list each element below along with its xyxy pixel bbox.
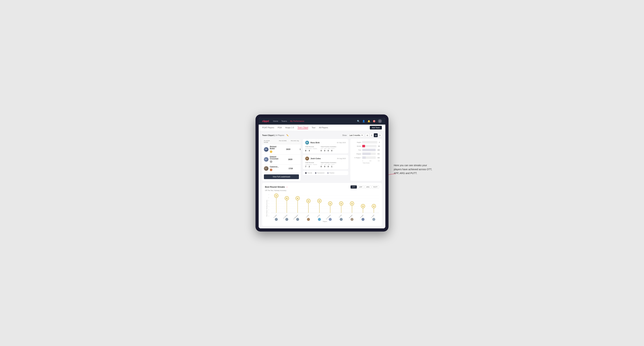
show-label: Show (342, 134, 347, 136)
bell-icon[interactable]: 🔔 (368, 120, 370, 123)
card-avatar-inner: JC (305, 157, 309, 161)
player-name: Cameron... (270, 166, 279, 168)
rank-badge: 1 (270, 151, 272, 153)
view-icons: ⊞ ☰ ▤ ⬇ (366, 133, 382, 137)
player-cards: RB Rees Britt 02 Sep 2023 Total Rounds (303, 139, 348, 181)
avatar[interactable]: U (378, 119, 382, 123)
bar-value: 131 (378, 157, 380, 159)
svg-text:5x: 5x (308, 200, 309, 201)
ott-label: OTT (320, 164, 323, 165)
filter-ott[interactable]: OTT (350, 185, 357, 188)
practice-activities-label: Total Practice Activities (320, 162, 336, 163)
svg-text:7x: 7x (276, 195, 277, 196)
svg-point-37 (329, 218, 332, 221)
add-team-button[interactable]: Add Team (370, 126, 382, 130)
tournament-value: 8 (305, 150, 306, 152)
lb-avg: 103 (293, 168, 301, 170)
subnav-pgat[interactable]: PGAT Players (262, 127, 274, 129)
svg-text:4x: 4x (352, 203, 353, 204)
streak-svg-container: 7x E. Ewert 6x B. McHerg (271, 193, 379, 223)
svg-point-32 (318, 218, 321, 221)
filter-putt[interactable]: PUTT (372, 185, 379, 188)
y-num: 1 (268, 212, 270, 213)
team-name: Team Clippd | 14 Players (262, 134, 284, 136)
nav-performance[interactable]: My Performance (290, 120, 304, 122)
player-info: C Cameron... 3 (264, 166, 279, 171)
filter-app[interactable]: APP (358, 185, 364, 188)
svg-point-57 (372, 218, 376, 221)
team-header: Team Clippd | 14 Players ✏️ Show Last 3 … (262, 133, 382, 137)
view-full-leaderboard-button[interactable]: View Full Leaderboard (264, 174, 299, 179)
total-rounds-group: Total Rounds Tournament Practice 7 2 (305, 162, 317, 168)
app-value: 0 (324, 166, 325, 168)
content-grid: PLAYER NAME PB SCORE PB AVG SQ RB (262, 139, 382, 181)
bar-label: Birdies (352, 145, 361, 147)
card-player-info: RB Rees Britt (305, 141, 320, 145)
svg-text:R. Butler: R. Butler (360, 214, 364, 218)
player-card: JC Josh Coles 26 Aug 2023 Total Rounds (303, 155, 348, 169)
bar-value: 311 (378, 153, 380, 155)
player-avatar: RB (264, 147, 268, 152)
ott-label: OTT (320, 148, 323, 149)
player-name-area: Cameron... 3 (270, 166, 279, 171)
bar-container (362, 156, 376, 159)
bar-container (362, 149, 376, 151)
target-icon[interactable]: 🎯 (373, 120, 376, 123)
nav-teams[interactable]: Teams (282, 120, 287, 122)
practice-values: 0 0 0 1 (320, 166, 336, 168)
period-select[interactable]: Last 3 months Last 6 months Last year (348, 134, 364, 137)
chart-view-btn[interactable]: ▤ (374, 133, 378, 137)
ott-value: 0 (320, 166, 322, 168)
bar-container (362, 141, 377, 144)
player-avatar: EC (264, 157, 268, 162)
rank-badge: 2 (270, 161, 272, 163)
person-icon[interactable]: 👤 (362, 120, 365, 123)
x-label: 0 (362, 160, 363, 162)
streaks-section: Best Round Streaks ← OTT APP ARG PUTT (262, 183, 382, 226)
annotation-text: Here you can see streaks your players ha… (394, 163, 434, 175)
subnav-pga[interactable]: PGA (278, 127, 282, 129)
filter-btn[interactable]: ⬇ (378, 133, 382, 137)
bar-row: Eagles 3 (352, 141, 380, 144)
player-name-area: Richard Butler 1 (270, 146, 276, 153)
col-player-name: PLAYER NAME (264, 140, 273, 143)
total-rounds-label: Total Rounds (305, 162, 317, 163)
svg-text:3x: 3x (362, 205, 364, 207)
lb-score: 17/20 (279, 168, 293, 170)
bar-container (362, 145, 376, 147)
filter-arg[interactable]: ARG (364, 185, 371, 188)
bar-fill (362, 141, 362, 144)
col-pb-avg: PB AVG SQ (287, 140, 299, 143)
subnav-team-clippd[interactable]: Team Clippd (298, 126, 308, 129)
nav-home[interactable]: Home (273, 120, 278, 122)
edit-icon[interactable]: ✏️ (286, 134, 289, 137)
bar-row: Pars 499 (352, 149, 380, 151)
streaks-header: Best Round Streaks ← OTT APP ARG PUTT (265, 185, 379, 188)
y-numbers: 7 6 5 4 3 2 1 0 (268, 193, 271, 223)
app-value: 0 (324, 150, 325, 152)
bar-fill-highlight (362, 145, 365, 147)
card-header: JC Josh Coles 26 Aug 2023 (305, 157, 346, 161)
legend-tournament: Tournament (315, 172, 324, 174)
search-icon[interactable]: 🔍 (357, 120, 360, 123)
bar-label: D. Bogeys + (352, 157, 361, 158)
svg-text:J. Coles: J. Coles (306, 214, 309, 218)
x-label: 200 (369, 160, 371, 162)
subnav-tour[interactable]: Tour (312, 127, 315, 129)
streaks-title: Best Round Streaks ← (265, 185, 288, 188)
lb-avg: 107 (292, 159, 301, 161)
list-view-btn[interactable]: ☰ (370, 133, 374, 137)
tablet-frame: clippd Home Teams My Performance 🔍 👤 🔔 🎯… (256, 114, 388, 231)
grid-view-btn[interactable]: ⊞ (366, 133, 369, 137)
bar-container (362, 153, 376, 155)
svg-point-42 (340, 218, 343, 221)
subtitle-metric-label: Off The Tee (265, 190, 273, 191)
card-player-info: JC Josh Coles (305, 157, 321, 161)
col-pb-score: PB SCORE (273, 140, 287, 143)
leaderboard-panel: PLAYER NAME PB SCORE PB AVG SQ RB (262, 139, 301, 181)
legend-practice: Practice (327, 172, 334, 174)
subnav-all-players[interactable]: All Players (319, 127, 328, 129)
y-num: 3 (268, 206, 270, 207)
subnav-hcaps[interactable]: Hcaps 1-5 (285, 127, 294, 129)
bar-row: Bogeys 311 (352, 153, 380, 155)
